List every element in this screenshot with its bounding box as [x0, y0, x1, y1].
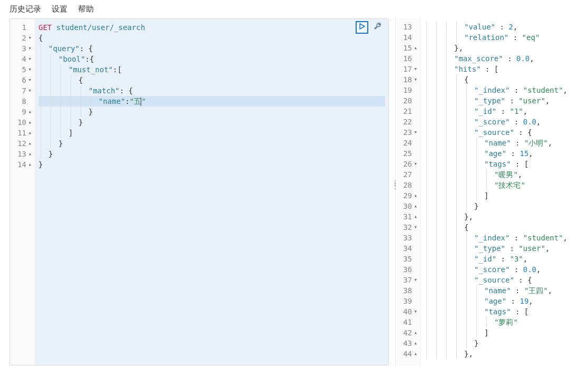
response-code-line[interactable]: "_id" : "1",: [424, 106, 585, 117]
response-code-line[interactable]: "_index" : "student",: [424, 85, 585, 95]
fold-toggle-icon[interactable]: ▴: [27, 117, 32, 128]
request-code-line[interactable]: GET student/user/_search: [38, 22, 385, 33]
request-code-line[interactable]: }: [38, 138, 385, 149]
gutter-line: 26▾: [400, 159, 418, 169]
line-number: 27: [403, 169, 412, 180]
response-code-line[interactable]: "_type" : "user",: [424, 243, 585, 254]
fold-toggle-icon[interactable]: ▴: [413, 201, 417, 211]
request-code-line[interactable]: }: [38, 117, 385, 128]
response-code-line[interactable]: "age" : 15,: [424, 148, 585, 159]
request-code-area[interactable]: GET student/user/_search{"query": {"bool…: [35, 19, 388, 365]
fold-toggle-icon[interactable]: ▾: [27, 43, 32, 54]
fold-toggle-icon[interactable]: ▴: [27, 149, 32, 159]
pane-splitter[interactable]: ⋮⋮: [391, 181, 399, 188]
fold-toggle-icon[interactable]: ▾: [27, 85, 32, 96]
response-code-line[interactable]: "value" : 2,: [424, 22, 585, 32]
fold-toggle-icon[interactable]: ▴: [413, 349, 417, 359]
fold-toggle-icon[interactable]: ▴: [413, 190, 417, 201]
response-code-line[interactable]: },: [424, 211, 585, 222]
response-code-line[interactable]: "_type" : "user",: [424, 95, 585, 106]
response-code-line[interactable]: "_id" : "3",: [424, 254, 585, 264]
token-punct: : {: [514, 128, 532, 137]
response-code-line[interactable]: "_score" : 0.0,: [424, 264, 585, 275]
fold-toggle-icon[interactable]: ▾: [413, 64, 417, 74]
response-code-line[interactable]: "relation" : "eq": [424, 32, 585, 43]
fold-toggle-icon[interactable]: ▾: [27, 75, 32, 85]
request-code-line[interactable]: {: [38, 75, 385, 85]
request-code-line[interactable]: "name":"五": [38, 96, 385, 107]
response-code-line[interactable]: }: [424, 201, 585, 211]
line-number: 24: [403, 138, 412, 148]
fold-toggle-icon[interactable]: ▾: [413, 275, 417, 285]
menu-help[interactable]: 帮助: [78, 4, 94, 14]
line-number: 12: [17, 138, 26, 149]
line-number: 40: [403, 306, 412, 317]
request-code-line[interactable]: "must_not":[: [38, 64, 385, 75]
response-code-line[interactable]: "萝莉": [424, 317, 585, 327]
fold-toggle-icon[interactable]: ▴: [27, 128, 32, 138]
fold-toggle-icon[interactable]: ▴: [413, 338, 417, 349]
response-code-line[interactable]: "暖男",: [424, 169, 585, 180]
fold-toggle-icon[interactable]: ▴: [413, 327, 417, 338]
fold-toggle-icon[interactable]: ▾: [413, 222, 417, 233]
token-prop: "_type": [474, 244, 505, 253]
response-gutter: 131415▴1617▾18▾1920212223▾242526▾272829▴…: [396, 18, 421, 365]
token-punct: },: [454, 44, 463, 52]
line-number: 2: [22, 33, 26, 43]
response-code-line[interactable]: },: [424, 43, 585, 53]
fold-toggle-icon[interactable]: ▾: [27, 64, 32, 75]
gutter-line: 30▴: [400, 201, 418, 211]
fold-toggle-icon[interactable]: ▴: [413, 211, 417, 222]
fold-toggle-icon[interactable]: ▾: [413, 127, 417, 138]
token-punct: :: [511, 286, 524, 295]
fold-toggle-icon[interactable]: ▴: [413, 43, 417, 53]
request-code-line[interactable]: "bool":{: [38, 54, 385, 64]
fold-toggle-icon[interactable]: ▾: [27, 33, 32, 43]
fold-toggle-icon[interactable]: ▾: [413, 159, 417, 169]
fold-toggle-icon[interactable]: ▾: [413, 74, 417, 85]
line-number: 42: [403, 327, 412, 338]
response-code-line[interactable]: "name" : "小明",: [424, 138, 585, 148]
request-code-line[interactable]: }: [38, 159, 385, 170]
response-code-line[interactable]: "max_score" : 0.0,: [424, 53, 585, 64]
token-punct: }: [79, 118, 83, 127]
fold-toggle-icon[interactable]: ▴: [27, 138, 32, 149]
gutter-line: 12▴: [14, 138, 33, 149]
line-number: 7: [22, 85, 26, 96]
response-code-line[interactable]: {: [424, 74, 585, 85]
response-code-line[interactable]: "tags" : [: [424, 306, 585, 317]
response-code-area[interactable]: "value" : 2,"relation" : "eq"},"max_scor…: [421, 18, 588, 365]
fold-toggle-icon[interactable]: ▾: [27, 54, 32, 64]
fold-toggle-icon[interactable]: ▴: [27, 159, 32, 170]
request-code-line[interactable]: "match": {: [38, 85, 385, 96]
response-code-line[interactable]: {: [424, 222, 585, 233]
response-code-line[interactable]: "tags" : [: [424, 159, 585, 169]
response-code-line[interactable]: "_score" : 0.0,: [424, 117, 585, 127]
token-prop: "_source": [474, 276, 514, 284]
token-punct: }: [89, 108, 93, 116]
response-code-line[interactable]: },: [424, 349, 585, 359]
response-code-line[interactable]: "技术宅": [424, 180, 585, 190]
token-punct: ,: [563, 86, 567, 94]
response-code-line[interactable]: ]: [424, 190, 585, 201]
response-code-line[interactable]: "_index" : "student",: [424, 233, 585, 243]
request-gutter: 12▾3▾4▾5▾6▾7▾89▴10▴11▴12▴13▴14▴: [10, 19, 35, 365]
fold-toggle-icon[interactable]: ▴: [27, 107, 32, 117]
menu-settings[interactable]: 设置: [52, 4, 67, 14]
menu-history[interactable]: 历史记录: [9, 4, 41, 14]
response-code-line[interactable]: "_source" : {: [424, 127, 585, 138]
request-code-line[interactable]: "query": {: [38, 43, 385, 54]
request-code-line[interactable]: }: [38, 149, 385, 159]
response-code-line[interactable]: "name" : "王四",: [424, 285, 585, 296]
response-code-line[interactable]: "hits" : [: [424, 64, 585, 74]
request-code-line[interactable]: ]: [38, 128, 385, 138]
response-code-line[interactable]: "age" : 19,: [424, 296, 585, 306]
request-code-line[interactable]: {: [38, 33, 385, 43]
response-code-line[interactable]: ]: [424, 327, 585, 338]
token-prop: "relation": [464, 33, 508, 42]
request-code-line[interactable]: }: [38, 107, 385, 117]
response-code-line[interactable]: }: [424, 338, 585, 349]
fold-toggle-icon[interactable]: ▾: [413, 306, 417, 317]
gutter-line: 38: [400, 285, 418, 296]
response-code-line[interactable]: "_source" : {: [424, 275, 585, 285]
